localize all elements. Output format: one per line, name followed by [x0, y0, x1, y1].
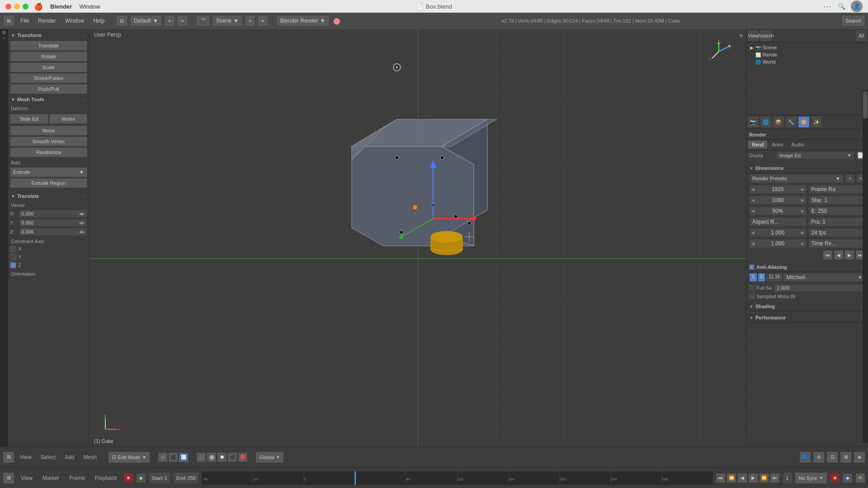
mode-select[interactable]: ⊡ Edit Mode ▼ — [108, 451, 150, 463]
start-field[interactable]: Start: 1 — [149, 472, 170, 484]
help-menu[interactable]: Help — [90, 17, 108, 25]
mesh-tools-header[interactable]: ▼ Mesh Tools ⋯ — [10, 95, 87, 104]
aa-header[interactable]: ✓ Anti-Aliasing ⋯ — [747, 263, 867, 272]
viewport[interactable]: User Persp + — [90, 29, 746, 446]
aspect-r-value2[interactable]: ◀ 1.000 ▶ — [749, 239, 807, 248]
preset-plus-btn[interactable]: + — [845, 174, 854, 183]
frame-ra-field[interactable]: Frame Ra — [808, 185, 866, 194]
sync-icon-btn[interactable]: ⟳ — [855, 473, 865, 483]
display-select[interactable]: Image Ed ▼ — [776, 151, 854, 160]
file-menu[interactable]: File — [17, 17, 33, 25]
full-sa-checkbox[interactable] — [749, 285, 755, 291]
x-checkbox[interactable] — [10, 246, 16, 252]
smooth-vertex-button[interactable]: Smooth Vertex — [10, 136, 87, 146]
layout-select[interactable]: Default ▼ — [130, 15, 162, 27]
pivot-select[interactable]: Global ▼ — [255, 451, 284, 463]
sync-select[interactable]: No Sync ▼ — [795, 472, 828, 484]
keyframe-btn[interactable]: ◆ — [136, 473, 146, 483]
transform-options[interactable]: ⋯ — [82, 33, 86, 38]
proportional-btn[interactable]: ⊚ — [813, 451, 825, 463]
translate-button[interactable]: Translate — [10, 41, 87, 51]
nav-gizmo[interactable]: y z x — [705, 38, 732, 65]
material-btn[interactable]: ⚫ — [227, 452, 237, 462]
e250-field[interactable]: E: 250 — [808, 206, 866, 216]
render-prev-btn[interactable]: ⏮ — [823, 250, 833, 260]
x-btn[interactable]: × — [177, 15, 188, 27]
edge-shade-btn[interactable]: ⬛ — [168, 452, 178, 462]
scene-x-btn[interactable]: × — [257, 15, 268, 27]
anim-tab[interactable]: Anim — [768, 141, 787, 149]
minimize-button[interactable] — [14, 4, 20, 9]
x-input[interactable]: 0.000 ◀▶ — [19, 210, 87, 218]
select-menu[interactable]: Select — [37, 453, 59, 461]
dimensions-header[interactable]: ▼ Dimensions ⋯ — [747, 164, 867, 173]
aa-5-btn[interactable]: 5 — [749, 273, 757, 282]
view-menu[interactable]: View — [16, 453, 35, 461]
shrink-btn[interactable]: ◈ — [854, 451, 865, 463]
width-field[interactable]: ◀ 1920 ▶ — [749, 185, 807, 194]
aa-8-btn[interactable]: 8 — [758, 273, 766, 282]
material-props-btn[interactable]: 🎨 — [798, 116, 810, 128]
outliner-item-world[interactable]: 🌐 World — [753, 58, 867, 66]
viewport-plus-icon[interactable]: + — [739, 32, 743, 40]
more-icon[interactable]: ⋯ — [823, 1, 832, 11]
keyframe-record-btn[interactable]: ⏺ — [830, 473, 840, 483]
viewport-type-btn[interactable]: ⊞ — [3, 451, 14, 463]
audio-tab[interactable]: Audio — [788, 141, 807, 149]
fra-field[interactable]: Fra: 1 — [808, 217, 866, 226]
window-menu-item[interactable]: Window — [61, 17, 88, 25]
outliner-item-scene[interactable]: ▶ 📷 Scene — [747, 44, 867, 51]
maximize-button[interactable] — [23, 4, 28, 9]
aspect-r-field[interactable]: Aspect R... — [749, 217, 807, 226]
face-shade-btn[interactable]: ⬜ — [179, 452, 189, 462]
vertex-shade-btn[interactable]: ◎ — [158, 452, 168, 462]
extrude-dropdown[interactable]: Extrude ▼ — [10, 167, 87, 177]
scene-plus-btn[interactable]: + — [245, 15, 255, 27]
plus-btn[interactable]: + — [164, 15, 175, 27]
particle-props-btn[interactable]: ✨ — [811, 116, 822, 128]
extrude-region-button[interactable]: Extrude Region — [10, 178, 87, 188]
timeline-icon-btn[interactable]: ⊞ — [3, 472, 14, 484]
close-button[interactable] — [5, 4, 11, 9]
rotate-button[interactable]: Rotate — [10, 52, 87, 61]
randomize-button[interactable]: Randomize — [10, 147, 87, 157]
app-name[interactable]: Blender — [50, 3, 72, 10]
next-btn[interactable]: ⏩ — [759, 473, 769, 483]
view-icon-btn[interactable]: View — [747, 30, 759, 42]
jump-start-btn[interactable]: ⏮ — [716, 473, 726, 483]
jump-end-btn[interactable]: ⏭ — [770, 473, 780, 483]
window-menu[interactable]: Window — [79, 3, 100, 10]
fps-field[interactable]: 24 fps — [808, 228, 866, 237]
translate-panel-header[interactable]: ▼ Translate ⋯ — [10, 192, 87, 201]
aspect-r-value1[interactable]: ◀ 1.000 ▶ — [749, 228, 807, 237]
rend-tab[interactable]: Rend — [748, 141, 767, 149]
scrollbar-thumb[interactable] — [863, 91, 868, 118]
outliner-item-rende[interactable]: ⬜ Rende — [753, 51, 867, 58]
noise-button[interactable]: Noise — [10, 126, 87, 136]
percent-field[interactable]: ◀ 50% ▶ — [749, 206, 807, 216]
render-preset-select[interactable]: Render Presets ▼ — [749, 174, 844, 183]
apple-icon[interactable]: 🍎 — [34, 2, 43, 11]
height-field[interactable]: ◀ 1080 ▶ — [749, 196, 807, 205]
record-btn[interactable]: ⏺ — [123, 473, 133, 483]
modifier-props-btn[interactable]: 🔧 — [785, 116, 797, 128]
end-field[interactable]: End: 250 — [173, 472, 199, 484]
engine-select[interactable]: Blender Render ▼ — [276, 15, 330, 27]
mesh-tools-options[interactable]: ⋯ — [82, 97, 86, 102]
search-btn[interactable]: Search — [841, 15, 865, 27]
world-props-btn[interactable]: 🌐 — [760, 116, 772, 128]
texture-btn[interactable]: 🔲 — [217, 452, 227, 462]
render-back-btn[interactable]: ◀ — [834, 250, 844, 260]
aa-checkbox[interactable]: ✓ — [749, 264, 755, 270]
camera-props-btn[interactable]: 📷 — [747, 116, 759, 128]
timeline-area[interactable]: -40 -20 0 80 120 160 200 240 280 — [202, 471, 713, 485]
render-btn[interactable]: 🔴 — [238, 452, 248, 462]
search-icon[interactable]: 🔍 — [838, 3, 845, 10]
mirror-btn[interactable]: ⊡ — [826, 451, 838, 463]
render-section-header[interactable]: Render ⋯ — [747, 130, 867, 140]
mitchell-select[interactable]: Mitchell- ▼ — [783, 273, 865, 282]
scale-button[interactable]: Scale — [10, 62, 87, 72]
timeline-frame[interactable]: Frame — [66, 474, 89, 482]
scene-select[interactable]: Scene ▼ — [212, 15, 243, 27]
all-btn[interactable]: All — [855, 30, 867, 42]
